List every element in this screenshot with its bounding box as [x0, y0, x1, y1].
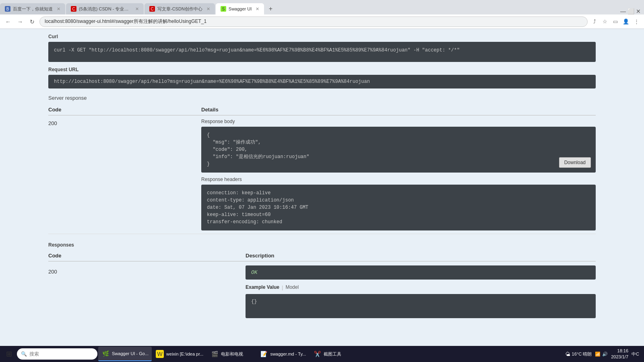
taskbar-snip-icon: ✂️ — [313, 350, 321, 356]
ime-indicator[interactable]: 中C — [632, 351, 639, 356]
tab-separator: | — [282, 284, 283, 290]
taskbar-right: 🌤 16°C 晴朗 📶 🔊 18:16 2023/1/7 中C — [565, 348, 642, 356]
responses-label: Responses — [48, 242, 596, 248]
example-value-tabs: Example Value | Model — [246, 284, 596, 291]
bookmark-icon[interactable]: ☆ — [601, 17, 609, 26]
tab-favicon-csdn1: C — [71, 6, 76, 12]
ok-badge: OK — [246, 265, 596, 280]
request-url-label: Request URL — [48, 67, 596, 72]
tab-swagger[interactable]: S Swagger UI ✕ — [216, 3, 264, 14]
model-tab[interactable]: Model — [285, 284, 299, 291]
curl-code-block: curl -X GET "http://localhost:8080/swagg… — [48, 42, 596, 62]
sound-icon: 🔊 — [602, 352, 608, 356]
taskbar-search-input[interactable] — [29, 351, 86, 356]
tab-close-csdn2[interactable]: ✕ — [206, 6, 210, 12]
server-response-row-200: 200 Response body { "msg": "操作成功", "code… — [48, 115, 596, 234]
main-content: Curl curl -X GET "http://localhost:8080/… — [0, 34, 644, 356]
tab-close-swagger[interactable]: ✕ — [256, 6, 259, 12]
request-url-block: http://localhost:8080/swagger/api/hello?… — [48, 75, 596, 88]
taskbar-search[interactable]: 🔍 — [17, 348, 97, 356]
close-button[interactable]: ✕ — [636, 8, 641, 14]
tab-bar: B 百度一下，你就知道 ✕ C (5条消息) CSDN - 专业开发者社... … — [0, 0, 644, 14]
start-button[interactable]: ⊞ — [2, 347, 16, 356]
content-wrapper: Curl curl -X GET "http://localhost:8080/… — [48, 34, 596, 322]
menu-icon[interactable]: ⋮ — [632, 17, 641, 26]
download-button[interactable]: Download — [559, 157, 591, 168]
taskbar-typora-icon: 📝 — [260, 350, 268, 356]
tab-favicon-swagger: S — [221, 6, 226, 12]
taskbar-typora-label: swagger.md - Ty... — [270, 352, 306, 356]
back-button[interactable]: ← — [3, 17, 13, 27]
server-response-details: Response body { "msg": "操作成功", "code": 2… — [201, 119, 596, 230]
search-icon: 🔍 — [21, 351, 27, 356]
network-icon: 📶 — [595, 352, 601, 356]
weather-icon: 🌤 — [565, 351, 570, 356]
taskbar-snip-label: 截图工具 — [324, 351, 341, 356]
new-tab-button[interactable]: + — [265, 3, 276, 14]
taskbar: ⊞ 🔍 🌿 Swagger UI - Go... W weixin [E:\id… — [0, 346, 644, 356]
account-icon[interactable]: 👤 — [621, 17, 630, 26]
server-response-table-header: Code Details — [48, 104, 596, 115]
server-response-label: Server response — [48, 95, 596, 101]
refresh-button[interactable]: ↻ — [27, 17, 37, 27]
details-column-header: Details — [201, 107, 596, 113]
tab-close-baidu[interactable]: ✕ — [57, 6, 60, 12]
forward-button[interactable]: → — [15, 17, 25, 27]
curl-label: Curl — [48, 34, 596, 39]
browser-chrome: B 百度一下，你就知道 ✕ C (5条消息) CSDN - 专业开发者社... … — [0, 0, 644, 29]
taskbar-app-video[interactable]: 🎬 电影和电视 — [207, 347, 256, 356]
tab-favicon-baidu: B — [5, 6, 10, 12]
maximize-button[interactable]: ⬜ — [627, 8, 634, 14]
weather-text: 16°C 晴朗 — [572, 351, 592, 356]
share-icon[interactable]: ⤴ — [590, 17, 599, 26]
minimize-button[interactable]: — — [620, 8, 626, 14]
taskbar-app-swagger[interactable]: 🌿 Swagger UI - Go... — [98, 347, 152, 356]
code-column-header: Code — [48, 107, 201, 113]
response-headers-block: connection: keep-alive content-type: app… — [201, 185, 596, 230]
responses-row-200: 200 OK Example Value | Model {} — [48, 261, 596, 322]
tablet-icon[interactable]: ▭ — [611, 17, 620, 26]
taskbar-time: 18:16 2023/1/7 — [611, 348, 628, 356]
taskbar-app-snip[interactable]: ✂️ 截图工具 — [310, 347, 358, 356]
address-icons: ⤴ ☆ ▭ 👤 ⋮ — [590, 17, 641, 26]
example-value-tab[interactable]: Example Value — [246, 284, 279, 291]
address-bar: ← → ↻ localhost:8080/swagger-ui.html#/sw… — [0, 14, 644, 29]
taskbar-system-icons: 🌤 16°C 晴朗 — [565, 351, 592, 356]
tab-csdn2[interactable]: C 写文章-CSDN创作中心 ✕ — [144, 3, 215, 14]
response-body-container: { "msg": "操作成功", "code": 200, "info": "是… — [201, 127, 596, 173]
server-response-code-200: 200 — [48, 119, 201, 230]
taskbar-weixin-icon: W — [156, 350, 164, 356]
taskbar-swagger-icon: 🌿 — [101, 350, 109, 356]
tab-favicon-csdn2: C — [149, 6, 155, 12]
responses-section: Responses Code Description 200 OK Exampl… — [48, 242, 596, 322]
taskbar-swagger-label: Swagger UI - Go... — [112, 351, 149, 356]
responses-desc-header: Description — [246, 253, 596, 259]
responses-table-header: Code Description — [48, 250, 596, 261]
tab-close-csdn1[interactable]: ✕ — [135, 6, 139, 12]
tab-csdn1[interactable]: C (5条消息) CSDN - 专业开发者社... ✕ — [66, 3, 144, 14]
responses-code-header: Code — [48, 253, 246, 259]
responses-desc-200: OK Example Value | Model {} — [246, 265, 596, 318]
tab-baidu[interactable]: B 百度一下，你就知道 ✕ — [0, 3, 65, 14]
url-input[interactable]: localhost:8080/swagger-ui.html#/swagger所… — [39, 16, 588, 27]
responses-code-200: 200 — [48, 265, 246, 318]
example-code-block: {} — [246, 294, 596, 318]
taskbar-app-typora[interactable]: 📝 swagger.md - Ty... — [256, 347, 309, 356]
taskbar-video-label: 电影和电视 — [221, 351, 243, 356]
response-body-block: { "msg": "操作成功", "code": 200, "info": "是… — [201, 127, 596, 173]
response-body-label: Response body — [201, 119, 596, 124]
taskbar-weixin-label: weixin [E:\idea pr... — [166, 352, 203, 356]
taskbar-status-icons: 📶 🔊 — [595, 352, 608, 356]
taskbar-app-weixin[interactable]: W weixin [E:\idea pr... — [153, 347, 206, 356]
taskbar-video-icon: 🎬 — [211, 350, 219, 356]
response-headers-label: Response headers — [201, 177, 596, 182]
